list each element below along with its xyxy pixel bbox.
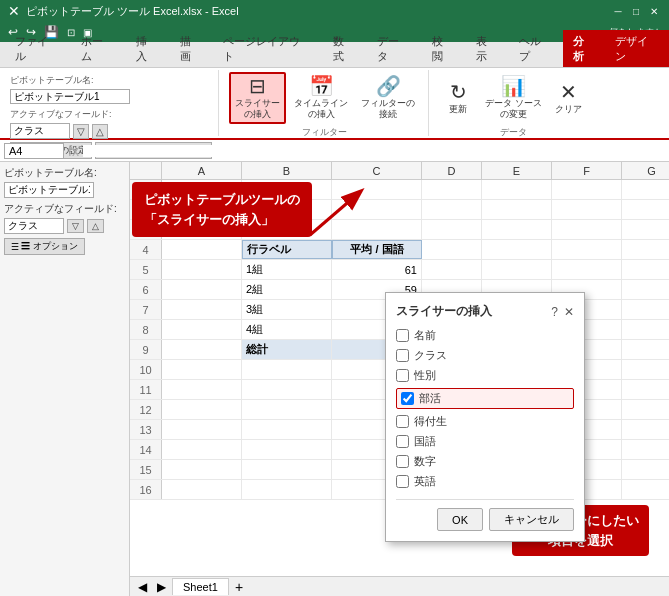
col-header-f[interactable]: F: [552, 162, 622, 179]
pivot-name-sidebar-input[interactable]: [4, 182, 94, 198]
name-box[interactable]: [4, 143, 64, 159]
cell-a9[interactable]: [162, 340, 242, 359]
cell-b9[interactable]: 総計: [242, 340, 332, 359]
cell-g7[interactable]: [622, 300, 669, 319]
cell-g1[interactable]: [622, 180, 669, 199]
checkbox-性別-input[interactable]: [396, 369, 409, 382]
cell-e5[interactable]: [482, 260, 552, 279]
checkbox-英語[interactable]: 英語: [396, 474, 574, 489]
pivot-name-input[interactable]: [10, 89, 130, 104]
active-field-input[interactable]: [10, 123, 70, 139]
cell-g4[interactable]: [622, 240, 669, 259]
cell-d2[interactable]: [422, 200, 482, 219]
cell-g8[interactable]: [622, 320, 669, 339]
tab-help[interactable]: ヘルプ: [508, 29, 563, 67]
cell-g10[interactable]: [622, 360, 669, 379]
cell-b4-header[interactable]: 行ラベル: [242, 240, 332, 259]
cell-f4[interactable]: [552, 240, 622, 259]
maximize-btn[interactable]: □: [629, 4, 643, 18]
cell-c3[interactable]: [332, 220, 422, 239]
sheet-nav-right[interactable]: ▶: [153, 580, 170, 594]
dialog-ok-btn[interactable]: OK: [437, 508, 483, 531]
active-field-sidebar-input[interactable]: [4, 218, 64, 234]
checkbox-クラス-input[interactable]: [396, 349, 409, 362]
tab-design[interactable]: デザイン: [605, 30, 669, 67]
formula-input[interactable]: [83, 145, 665, 157]
tab-analyze[interactable]: 分析: [563, 30, 605, 67]
dialog-close-btn[interactable]: ✕: [564, 305, 574, 319]
col-header-e[interactable]: E: [482, 162, 552, 179]
tab-insert[interactable]: 挿入: [125, 29, 169, 67]
checkbox-名前[interactable]: 名前: [396, 328, 574, 343]
cell-d3[interactable]: [422, 220, 482, 239]
cell-a7[interactable]: [162, 300, 242, 319]
cell-c4-header[interactable]: 平均 / 国語: [332, 240, 422, 259]
sheet-nav-left[interactable]: ◀: [134, 580, 151, 594]
filter-connect-btn[interactable]: 🔗 フィルターの接続: [356, 72, 420, 124]
checkbox-国語[interactable]: 国語: [396, 434, 574, 449]
checkbox-クラス[interactable]: クラス: [396, 348, 574, 363]
checkbox-国語-input[interactable]: [396, 435, 409, 448]
cell-g9[interactable]: [622, 340, 669, 359]
cell-g5[interactable]: [622, 260, 669, 279]
dialog-cancel-btn[interactable]: キャンセル: [489, 508, 574, 531]
sidebar-drill-up[interactable]: △: [87, 219, 104, 233]
tab-home[interactable]: ホーム: [70, 29, 125, 67]
cell-b8[interactable]: 4組: [242, 320, 332, 339]
tab-review[interactable]: 校閲: [421, 29, 465, 67]
cell-e3[interactable]: [482, 220, 552, 239]
drill-down-btn[interactable]: ▽: [73, 124, 89, 139]
cell-c5[interactable]: 61: [332, 260, 422, 279]
col-header-g[interactable]: G: [622, 162, 669, 179]
cell-d4[interactable]: [422, 240, 482, 259]
cell-f3[interactable]: [552, 220, 622, 239]
cell-c1[interactable]: [332, 180, 422, 199]
cell-f1[interactable]: [552, 180, 622, 199]
tab-page-layout[interactable]: ページレイアウト: [212, 29, 322, 67]
datasource-btn[interactable]: 📊 データ ソースの変更: [480, 72, 547, 124]
checkbox-名前-input[interactable]: [396, 329, 409, 342]
col-header-b[interactable]: B: [242, 162, 332, 179]
checkbox-得付生-input[interactable]: [396, 415, 409, 428]
dialog-help-btn[interactable]: ?: [551, 305, 558, 319]
cell-g6[interactable]: [622, 280, 669, 299]
tab-data[interactable]: データ: [366, 29, 421, 67]
cell-b6[interactable]: 2組: [242, 280, 332, 299]
timeline-insert-btn[interactable]: 📅 タイムラインの挿入: [289, 72, 353, 124]
cell-b7[interactable]: 3組: [242, 300, 332, 319]
cell-c2[interactable]: [332, 200, 422, 219]
sidebar-drill-down[interactable]: ▽: [67, 219, 84, 233]
drill-up-btn[interactable]: △: [92, 124, 108, 139]
checkbox-英語-input[interactable]: [396, 475, 409, 488]
close-btn[interactable]: ✕: [647, 4, 661, 18]
add-sheet-btn[interactable]: +: [231, 579, 247, 595]
checkbox-数字[interactable]: 数字: [396, 454, 574, 469]
checkbox-部活[interactable]: 部活: [396, 388, 574, 409]
cell-a8[interactable]: [162, 320, 242, 339]
cell-a6[interactable]: [162, 280, 242, 299]
cell-d1[interactable]: [422, 180, 482, 199]
tab-draw[interactable]: 描画: [169, 29, 213, 67]
cell-a4[interactable]: [162, 240, 242, 259]
refresh-btn[interactable]: ↻ 更新: [439, 72, 477, 124]
options-btn[interactable]: ☰ ☰ オプション: [4, 238, 85, 255]
sheet-tab-1[interactable]: Sheet1: [172, 578, 229, 595]
checkbox-部活-input[interactable]: [401, 392, 414, 405]
tab-file[interactable]: ファイル: [4, 29, 70, 67]
cell-b10[interactable]: [242, 360, 332, 379]
col-header-d[interactable]: D: [422, 162, 482, 179]
cell-e4[interactable]: [482, 240, 552, 259]
cell-a5[interactable]: [162, 260, 242, 279]
tab-view[interactable]: 表示: [465, 29, 509, 67]
cell-e1[interactable]: [482, 180, 552, 199]
col-header-a[interactable]: A: [162, 162, 242, 179]
minimize-btn[interactable]: ─: [611, 4, 625, 18]
cell-e2[interactable]: [482, 200, 552, 219]
tab-formula[interactable]: 数式: [322, 29, 366, 67]
slicer-insert-btn[interactable]: ⊟ スライサーの挿入: [229, 72, 286, 124]
cell-f5[interactable]: [552, 260, 622, 279]
checkbox-性別[interactable]: 性別: [396, 368, 574, 383]
checkbox-数字-input[interactable]: [396, 455, 409, 468]
cell-b5[interactable]: 1組: [242, 260, 332, 279]
cell-g3[interactable]: [622, 220, 669, 239]
